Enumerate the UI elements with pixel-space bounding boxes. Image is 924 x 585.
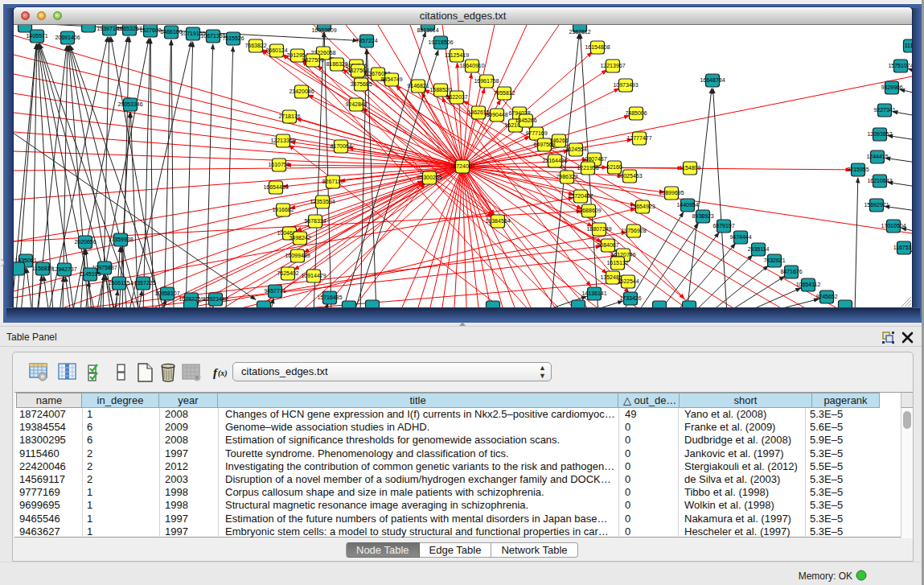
svg-text:1916682: 1916682 (272, 207, 294, 212)
svg-text:15692971: 15692971 (864, 202, 889, 208)
svg-text:1615132: 1615132 (606, 260, 628, 266)
svg-text:23164436: 23164436 (542, 158, 567, 163)
svg-text:1145195: 1145195 (80, 271, 101, 277)
svg-text:12942737: 12942737 (51, 266, 76, 272)
svg-text:9329966: 9329966 (881, 84, 902, 90)
svg-text:1522544: 1522544 (617, 278, 639, 284)
svg-text:15716485: 15716485 (317, 295, 342, 300)
svg-text:8938923: 8938923 (692, 213, 713, 219)
svg-text:1345266: 1345266 (515, 117, 536, 123)
svg-text:18724007: 18724007 (450, 163, 474, 169)
svg-text:8813014: 8813014 (417, 27, 438, 33)
svg-text:14136141: 14136141 (581, 290, 606, 296)
svg-text:3498242: 3498242 (289, 235, 310, 241)
svg-text:6497568: 6497568 (533, 142, 555, 147)
svg-text:8186328: 8186328 (326, 61, 347, 67)
svg-text:19756928: 19756928 (621, 228, 646, 233)
svg-text:1440954: 1440954 (676, 202, 698, 208)
svg-text:29053346: 29053346 (117, 101, 142, 107)
svg-text:15751074: 15751074 (888, 63, 912, 68)
svg-text:10958107: 10958107 (154, 290, 179, 296)
svg-text:4170064: 4170064 (330, 143, 351, 149)
svg-text:1610755: 1610755 (268, 162, 290, 167)
svg-text:7625402: 7625402 (277, 270, 298, 276)
svg-text:9084067: 9084067 (597, 242, 618, 248)
svg-text:1156819: 1156819 (32, 266, 54, 271)
svg-text:10025453: 10025453 (617, 173, 642, 179)
svg-text:18807249: 18807249 (586, 226, 611, 232)
svg-text:17357225: 17357225 (130, 280, 155, 286)
svg-text:2387812: 2387812 (569, 29, 590, 35)
svg-text:7485006: 7485006 (625, 110, 647, 116)
svg-text:12353594: 12353594 (310, 199, 335, 204)
svg-text:3875685: 3875685 (350, 81, 372, 87)
svg-text:7986322: 7986322 (556, 174, 577, 179)
svg-text:7632621: 7632621 (763, 257, 785, 263)
svg-text:1154809: 1154809 (680, 165, 701, 171)
svg-text:10973493: 10973493 (613, 82, 638, 88)
svg-text:12213967: 12213967 (600, 63, 625, 68)
svg-text:10914479: 10914479 (301, 273, 326, 278)
svg-text:25300265: 25300265 (417, 175, 441, 180)
svg-text:62160: 62160 (606, 164, 622, 170)
svg-text:16654439: 16654439 (263, 184, 288, 190)
svg-text:9777169: 9777169 (525, 130, 547, 136)
svg-text:16033809: 16033809 (311, 27, 336, 33)
svg-text:1167533: 1167533 (893, 245, 912, 250)
svg-text:17010504: 17010504 (881, 223, 906, 229)
svg-text:1405571: 1405571 (26, 33, 47, 39)
svg-text:8471676: 8471676 (780, 269, 802, 274)
svg-text:12923448: 12923448 (203, 296, 228, 302)
svg-text:16961758: 16961758 (474, 78, 499, 84)
svg-text:12213369: 12213369 (270, 138, 295, 143)
svg-text:10899695: 10899695 (659, 190, 684, 196)
svg-text:5878334: 5878334 (304, 218, 326, 224)
svg-text:8267110: 8267110 (322, 179, 344, 184)
svg-text:10688609: 10688609 (576, 208, 601, 213)
svg-text:12093852: 12093852 (867, 131, 892, 137)
svg-text:12777477: 12777477 (626, 135, 651, 141)
svg-text:7515526: 7515526 (222, 35, 244, 41)
svg-text:2935114: 2935114 (748, 246, 770, 252)
svg-text:3215955: 3215955 (847, 167, 869, 172)
svg-text:1527602: 1527602 (139, 27, 161, 33)
svg-text:8454749: 8454749 (380, 76, 402, 82)
svg-text:8990448: 8990448 (486, 112, 507, 117)
svg-text:8660124: 8660124 (265, 47, 287, 53)
svg-text:1117: 1117 (905, 43, 912, 48)
svg-text:19384554: 19384554 (485, 218, 510, 224)
svg-text:7663822: 7663822 (244, 43, 266, 48)
svg-text:19218506: 19218506 (428, 39, 453, 45)
svg-text:9327509: 9327509 (302, 57, 323, 63)
svg-text:16648784: 16648784 (700, 77, 725, 83)
svg-text:9474444: 9474444 (729, 234, 751, 240)
svg-text:19654923: 19654923 (630, 204, 655, 209)
svg-text:20691406: 20691406 (55, 35, 80, 40)
svg-text:10654112: 10654112 (796, 282, 821, 287)
svg-text:6466160: 6466160 (160, 29, 182, 35)
svg-text:9457771: 9457771 (264, 288, 285, 294)
svg-text:7955812: 7955812 (493, 90, 515, 96)
svg-text:9227341: 9227341 (873, 107, 895, 113)
svg-text:1221956: 1221956 (577, 165, 598, 171)
svg-text:18640910: 18640910 (459, 63, 484, 68)
svg-text:23420046: 23420046 (289, 89, 314, 94)
svg-text:10807487: 10807487 (581, 156, 606, 162)
svg-text:1733426: 1733426 (619, 295, 641, 301)
svg-text:1588520: 1588520 (429, 87, 451, 93)
svg-text:16154808: 16154808 (585, 44, 610, 50)
svg-text:11125419: 11125419 (445, 52, 469, 58)
svg-text:(x): (x) (218, 369, 228, 378)
svg-text:16099489: 16099489 (285, 253, 310, 258)
svg-text:3624554: 3624554 (565, 146, 586, 152)
svg-text:2718176: 2718176 (278, 113, 300, 119)
svg-text:9242848: 9242848 (345, 101, 367, 107)
svg-text:16210643: 16210643 (867, 178, 892, 183)
svg-text:5322037: 5322037 (446, 94, 467, 100)
svg-text:2505115: 2505115 (109, 280, 130, 286)
svg-text:15720407: 15720407 (568, 193, 593, 199)
svg-text:10653267: 10653267 (117, 26, 142, 31)
svg-text:9146821: 9146821 (407, 83, 429, 89)
svg-text:2020656: 2020656 (74, 239, 96, 245)
svg-text:9245652: 9245652 (815, 294, 837, 299)
